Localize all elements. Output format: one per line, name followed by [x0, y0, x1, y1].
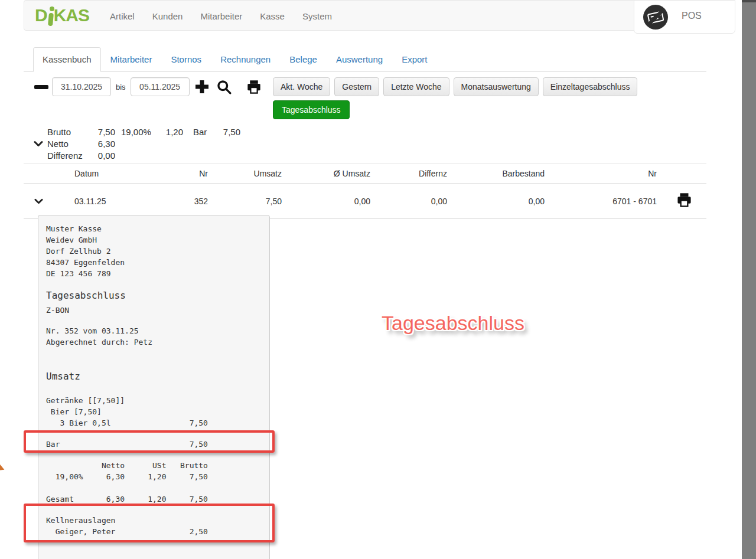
printer-icon — [676, 192, 693, 208]
header-avg-umsatz: Ø Umsatz — [286, 164, 375, 184]
tab-mitarbeiter[interactable]: Mitarbeiter — [101, 47, 162, 72]
row-print-button[interactable] — [676, 192, 693, 210]
receipt-totals: Netto USt Brutto 19,00% 6,30 1,20 7,50 G… — [46, 460, 262, 505]
date-range-controls: bis — [33, 77, 264, 96]
top-navbar: DKAS Artikel Kunden Mitarbeiter Kasse Sy… — [24, 0, 735, 31]
header-nr-range: Nr — [549, 164, 662, 184]
header-barbestand: Barbestand — [452, 164, 549, 184]
kassenbuch-table: Datum Nr Umsatz Ø Umsatz Differnz Barbes… — [24, 164, 706, 219]
summary-label-differenz: Differenz — [47, 151, 83, 161]
summary-payment-value: 7,50 — [208, 127, 240, 137]
logo-text-pre: D — [35, 5, 47, 25]
annotation-arrow — [0, 464, 6, 473]
receipt-address: Muster Kasse Weidev GmbH Dorf Zellhub 2 … — [46, 223, 262, 279]
annotation-watermark: Tagesabschluss — [382, 312, 524, 335]
summary-value-brutto: 7,50 — [80, 127, 115, 137]
receipt-section-title: Umsatz — [46, 370, 262, 383]
nav-item-mitarbeiter[interactable]: Mitarbeiter — [191, 11, 251, 21]
minus-icon — [34, 85, 48, 89]
receipt-info: Nr. 352 vom 03.11.25 Abgerechnet durch: … — [46, 325, 262, 348]
summary-label-netto: Netto — [47, 139, 69, 149]
tab-kassenbuch[interactable]: Kassenbuch — [33, 47, 101, 72]
table-row: 03.11.25 352 7,50 0,00 0,00 0,00 6701 - … — [24, 184, 706, 219]
button-monatsauswertung[interactable]: Monatsauswertung — [454, 77, 539, 96]
receipt-items: Getränke [[7,50]] Bier [7,50] 3 Bier 0,5… — [46, 395, 262, 429]
logo-i-icon — [47, 8, 54, 25]
cell-umsatz: 7,50 — [213, 184, 286, 219]
search-button[interactable] — [214, 79, 234, 95]
pos-section: POS — [634, 0, 735, 34]
button-letzte-woche[interactable]: Letzte Woche — [383, 77, 449, 96]
logo-text-post: KAS — [54, 5, 89, 25]
receipt-subtitle: Z-BON — [46, 305, 262, 316]
header-differnz: Differnz — [375, 164, 452, 184]
tab-stornos[interactable]: Stornos — [161, 47, 211, 72]
tab-rechnungen[interactable]: Rechnungen — [211, 47, 280, 72]
nav-item-artikel[interactable]: Artikel — [101, 11, 144, 21]
printer-icon — [246, 79, 262, 95]
nav-item-kasse[interactable]: Kasse — [251, 11, 294, 21]
header-nr: Nr — [154, 164, 213, 184]
annotation-box-bar — [24, 430, 275, 453]
scrollbar[interactable] — [742, 0, 756, 559]
quick-filter-buttons: Akt. Woche Gestern Letzte Woche Monatsau… — [273, 77, 637, 96]
header-expand — [24, 164, 53, 184]
summary-payment-label: Bar — [193, 127, 207, 137]
row-expand-chevron-icon[interactable] — [34, 197, 43, 206]
main-nav: Artikel Kunden Mitarbeiter Kasse System — [101, 1, 341, 31]
button-einzeltagesabschluss[interactable]: Einzeltagesabschluss — [543, 77, 638, 96]
pos-label: POS — [682, 11, 702, 21]
table-header-row: Datum Nr Umsatz Ø Umsatz Differnz Barbes… — [24, 164, 706, 184]
button-akt-woche[interactable]: Akt. Woche — [273, 77, 330, 96]
cell-nr-range: 6701 - 6701 — [549, 184, 662, 219]
summary-tax-value: 1,20 — [155, 127, 183, 137]
summary-tax-rate: 19,00% — [121, 127, 151, 137]
header-datum: Datum — [53, 164, 154, 184]
pos-status-icon[interactable] — [643, 4, 669, 30]
tab-belege[interactable]: Belege — [280, 47, 327, 72]
annotation-box-kellnerauslagen — [24, 504, 275, 542]
tab-auswertung[interactable]: Auswertung — [327, 47, 392, 72]
date-between-label: bis — [116, 83, 126, 91]
cell-avg-umsatz: 0,00 — [286, 184, 375, 219]
nav-item-kunden[interactable]: Kunden — [144, 11, 192, 21]
page: DKAS Artikel Kunden Mitarbeiter Kasse Sy… — [0, 0, 756, 559]
date-to-input[interactable] — [131, 77, 190, 96]
scrollbar-top-cap — [742, 0, 756, 2]
header-print — [662, 164, 706, 184]
cell-differnz: 0,00 — [375, 184, 452, 219]
nav-item-system[interactable]: System — [294, 11, 341, 21]
cell-nr: 352 — [154, 184, 213, 219]
summary-value-netto: 6,30 — [80, 139, 115, 149]
print-range-button[interactable] — [244, 79, 264, 95]
search-icon — [216, 79, 232, 95]
brand-logo[interactable]: DKAS — [35, 5, 89, 25]
totals-summary: Brutto 7,50 19,00% 1,20 Bar 7,50 Netto 6… — [0, 126, 295, 162]
date-minus-button[interactable] — [33, 85, 50, 89]
summary-label-brutto: Brutto — [47, 127, 71, 137]
cell-datum: 03.11.25 — [53, 184, 154, 219]
receipt-title: Tagesabschluss — [46, 289, 262, 302]
summary-value-differenz: 0,00 — [80, 151, 115, 161]
button-gestern[interactable]: Gestern — [334, 77, 379, 96]
date-from-input[interactable] — [52, 77, 111, 96]
tab-bar: Kassenbuch Mitarbeiter Stornos Rechnunge… — [24, 47, 706, 72]
cell-barbestand: 0,00 — [452, 184, 549, 219]
header-umsatz: Umsatz — [213, 164, 286, 184]
plus-icon — [195, 80, 209, 94]
tab-export[interactable]: Export — [392, 47, 436, 72]
button-tagesabschluss[interactable]: Tagesabschluss — [273, 100, 350, 119]
date-plus-button[interactable] — [192, 80, 212, 94]
